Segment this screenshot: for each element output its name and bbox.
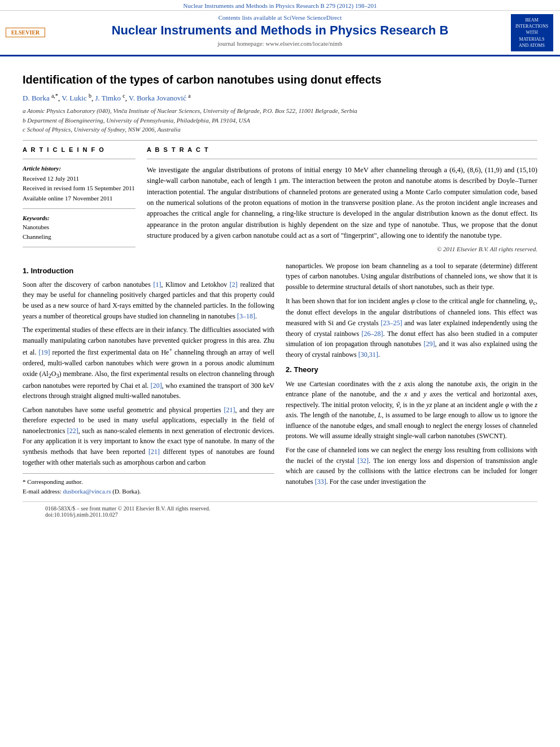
keyword-channeling: Channeling (23, 232, 135, 242)
keywords-section: Keywords: Nanotubes Channeling (23, 215, 135, 242)
ref-30-31[interactable]: [30,31] (358, 351, 378, 359)
theory-para1: We use Cartesian coordinates with the z … (286, 379, 537, 442)
ref-19[interactable]: [19] (38, 348, 50, 356)
left-text-col: 1. Introduction Soon after the discovery… (23, 261, 274, 496)
affiliation-b: b Department of Bioengineering, Universi… (23, 116, 537, 125)
author-superscript-a: a,* (51, 93, 58, 99)
ref-22[interactable]: [22] (67, 427, 78, 435)
ref-2[interactable]: [2] (230, 281, 238, 289)
ref-1[interactable]: [1] (153, 281, 161, 289)
affiliation-a: a Atomic Physics Laboratory (040), Vinča… (23, 106, 537, 116)
copyright-line: © 2011 Elsevier B.V. All rights reserved… (147, 246, 537, 252)
sciverse-text[interactable]: SciVerse ScienceDirect (283, 14, 342, 21)
right-para1: nanoparticles. We propose ion beam chann… (286, 261, 537, 292)
bottom-bar: 0168-583X/$ – see front matter © 2011 El… (23, 501, 537, 521)
ref-29[interactable]: [29] (423, 340, 435, 348)
article-history-label: Article history: (23, 165, 135, 172)
ref-33[interactable]: [33] (315, 478, 326, 486)
available-online-date: Available online 17 November 2011 (23, 194, 135, 204)
ref-23-25[interactable]: [23–25] (380, 319, 402, 327)
divider-abstract (147, 159, 537, 159)
right-text-col: nanoparticles. We propose ion beam chann… (286, 261, 537, 496)
journal-logo-left: ELSEVIER (6, 14, 51, 51)
abstract-header: A B S T R A C T (147, 146, 537, 153)
theory-para2: For the case of channeled ions we can ne… (286, 445, 537, 487)
footnote-area: * Corresponding author. E-mail address: … (23, 473, 274, 496)
ref-32[interactable]: [32] (357, 457, 369, 465)
footnote-email-label: E-mail address: (23, 488, 62, 495)
elsevier-logo: ELSEVIER (6, 28, 45, 37)
divider-keywords (23, 208, 135, 209)
footnote-email-address[interactable]: dusborka@vinca.rs (63, 488, 111, 495)
journal-title: Nuclear Instruments and Methods in Physi… (56, 23, 504, 38)
received-revised-date: Received in revised form 15 September 20… (23, 184, 135, 194)
author-borka: D. Borka (23, 94, 50, 102)
journal-homepage: journal homepage: www.elsevier.com/locat… (56, 40, 504, 47)
ref-21a[interactable]: [21] (224, 406, 235, 414)
footnote-email: E-mail address: dusborka@vinca.rs (D. Bo… (23, 487, 274, 496)
received-date: Received 12 July 2011 (23, 174, 135, 184)
authors: D. Borka a,*, V. Lukic b, J. Timko c, V.… (23, 93, 537, 103)
ref-3-18[interactable]: [3–18] (237, 312, 255, 320)
intro-para2: The experimental studies of these effect… (23, 325, 274, 401)
divider (23, 140, 537, 141)
author-timko: J. Timko (95, 94, 121, 102)
keywords-label: Keywords: (23, 215, 135, 221)
article-title: Identification of the types of carbon na… (23, 72, 537, 87)
sciverse-link[interactable]: Contents lists available at SciVerse Sci… (56, 14, 504, 21)
divider-info (23, 159, 135, 159)
ref-20[interactable]: [20] (151, 382, 162, 390)
bottom-doi: doi:10.1016/j.nimb.2011.10.027 (45, 512, 515, 518)
intro-para1: Soon after the discovery of carbon nanot… (23, 279, 274, 321)
journal-header-center: Contents lists available at SciVerse Sci… (56, 14, 504, 51)
section2-heading: 2. Theory (286, 364, 537, 375)
abstract-col: A B S T R A C T We investigate the angul… (147, 146, 537, 253)
beam-box: BEAM INTERACTIONS WITH MATERIALS AND ATO… (511, 14, 553, 51)
affiliations: a Atomic Physics Laboratory (040), Vinča… (23, 106, 537, 134)
journal-top-bar: Nuclear Instruments and Methods in Physi… (0, 0, 560, 11)
divider-bottom-info (23, 247, 135, 247)
intro-para3: Carbon nanotubes have some useful geomet… (23, 405, 274, 468)
affiliation-c: c School of Physics, University of Sydne… (23, 125, 537, 134)
author-lukic: V. Lukic (62, 94, 87, 102)
article-body-columns: A R T I C L E I N F O Article history: R… (23, 146, 537, 253)
keyword-nanotubes: Nanotubes (23, 222, 135, 233)
journal-header-right: BEAM INTERACTIONS WITH MATERIALS AND ATO… (509, 14, 554, 51)
footnote-email-suffix: (D. Borka). (112, 488, 141, 495)
footnote-corresponding: * Corresponding author. (23, 477, 274, 487)
author-jovanovic: V. Borka Jovanović (129, 94, 186, 102)
ref-26-28[interactable]: [26–28] (362, 330, 383, 338)
bottom-issn: 0168-583X/$ – see front matter © 2011 El… (45, 505, 515, 512)
article-container: Identification of the types of carbon na… (0, 56, 560, 532)
section1-heading: 1. Introduction (23, 265, 274, 277)
journal-header: ELSEVIER Contents lists available at Sci… (0, 11, 560, 56)
ref-21b[interactable]: [21] (148, 448, 160, 456)
right-para2: It has been shown that for ion incident … (286, 296, 537, 360)
article-info-header: A R T I C L E I N F O (23, 146, 135, 153)
article-info-col: A R T I C L E I N F O Article history: R… (23, 146, 135, 253)
abstract-text: We investigate the angular distributions… (147, 165, 537, 242)
main-text-body: 1. Introduction Soon after the discovery… (23, 261, 537, 496)
